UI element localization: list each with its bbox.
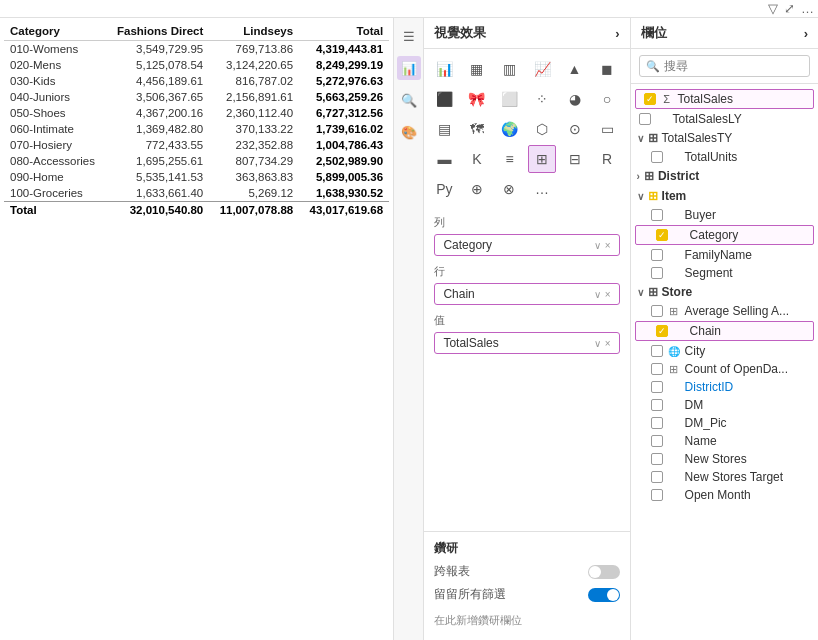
field-checkbox[interactable] [651, 453, 663, 465]
viz-icon-21[interactable]: ⊞ [528, 145, 556, 173]
col-header-fashions[interactable]: Fashions Direct [106, 22, 209, 41]
viz-icon-27[interactable]: … [528, 175, 556, 203]
sidebar-viz-icon[interactable]: 📊 [397, 56, 421, 80]
field-item-dm[interactable]: DM [631, 396, 818, 414]
field-item-category[interactable]: Category [635, 225, 814, 245]
drill-keep-toggle[interactable] [588, 588, 620, 602]
row-field-remove[interactable]: × [605, 240, 611, 251]
field-item-count-of-openda-[interactable]: ⊞Count of OpenDa... [631, 360, 818, 378]
drill-keep-track[interactable] [588, 588, 620, 602]
viz-icon-11[interactable]: ○ [593, 85, 621, 113]
sidebar-analytics-icon[interactable]: 🔍 [397, 88, 421, 112]
table-row[interactable]: 080-Accessories 1,695,255.61 807,734.29 … [4, 153, 389, 169]
col-field-tag[interactable]: Chain ∨ × [434, 283, 619, 305]
field-checkbox[interactable] [651, 435, 663, 447]
field-checkbox[interactable] [639, 113, 651, 125]
viz-icon-12[interactable]: ▤ [430, 115, 458, 143]
field-item-districtid[interactable]: DistrictID [631, 378, 818, 396]
fields-chevron[interactable]: › [804, 26, 808, 41]
col-field-remove[interactable]: × [605, 289, 611, 300]
viz-icon-22[interactable]: ⊟ [561, 145, 589, 173]
field-checkbox[interactable] [651, 417, 663, 429]
add-drill-label[interactable]: 在此新增鑽研欄位 [434, 609, 619, 632]
col-header-category[interactable]: Category [4, 22, 106, 41]
expand-icon[interactable]: ⤢ [784, 1, 795, 16]
group-header-store[interactable]: ∨ ⊞ Store [631, 282, 818, 302]
viz-icon-24[interactable]: Py [430, 175, 458, 203]
viz-icon-23[interactable]: R [593, 145, 621, 173]
field-checkbox[interactable] [651, 151, 663, 163]
table-row[interactable]: 050-Shoes 4,367,200.16 2,360,112.40 6,72… [4, 105, 389, 121]
viz-icon-18[interactable]: ▬ [430, 145, 458, 173]
fields-search[interactable]: 🔍 [631, 49, 818, 84]
viz-icon-6[interactable]: ⬛ [430, 85, 458, 113]
viz-icon-1[interactable]: ▦ [463, 55, 491, 83]
field-checkbox[interactable] [651, 267, 663, 279]
more-options-icon[interactable]: … [801, 1, 814, 16]
viz-icon-0[interactable]: 📊 [430, 55, 458, 83]
field-checkbox[interactable] [651, 489, 663, 501]
field-checkbox[interactable] [656, 229, 668, 241]
col-field-chevron[interactable]: ∨ [594, 289, 601, 300]
drill-cross-toggle[interactable] [588, 565, 620, 579]
field-checkbox[interactable] [651, 345, 663, 357]
field-item-totalunits[interactable]: TotalUnits [631, 148, 818, 166]
field-item-dm_pic[interactable]: DM_Pic [631, 414, 818, 432]
drill-cross-track[interactable] [588, 565, 620, 579]
table-row[interactable]: 070-Hosiery 772,433.55 232,352.88 1,004,… [4, 137, 389, 153]
viz-icon-26[interactable]: ⊗ [495, 175, 523, 203]
field-checkbox[interactable] [651, 471, 663, 483]
col-header-total[interactable]: Total [299, 22, 389, 41]
viz-icon-14[interactable]: 🌍 [495, 115, 523, 143]
viz-icon-19[interactable]: K [463, 145, 491, 173]
field-item-open-month[interactable]: Open Month [631, 486, 818, 504]
field-checkbox[interactable] [644, 93, 656, 105]
sidebar-fields-icon[interactable]: ☰ [397, 24, 421, 48]
field-item-chain[interactable]: Chain [635, 321, 814, 341]
field-checkbox[interactable] [651, 209, 663, 221]
field-checkbox[interactable] [656, 325, 668, 337]
viz-icon-2[interactable]: ▥ [495, 55, 523, 83]
field-item-new-stores[interactable]: New Stores [631, 450, 818, 468]
group-header-district[interactable]: › ⊞ District [631, 166, 818, 186]
table-row[interactable]: 010-Womens 3,549,729.95 769,713.86 4,319… [4, 41, 389, 58]
viz-icon-15[interactable]: ⬡ [528, 115, 556, 143]
viz-icon-20[interactable]: ≡ [495, 145, 523, 173]
sidebar-format-icon[interactable]: 🎨 [397, 120, 421, 144]
viz-panel-chevron[interactable]: › [615, 26, 619, 41]
table-row[interactable]: 030-Kids 4,456,189.61 816,787.02 5,272,9… [4, 73, 389, 89]
viz-icon-8[interactable]: ⬜ [495, 85, 523, 113]
field-item-segment[interactable]: Segment [631, 264, 818, 282]
table-row[interactable]: 100-Groceries 1,633,661.40 5,269.12 1,63… [4, 185, 389, 202]
field-item-totalsales[interactable]: ΣTotalSales [635, 89, 814, 109]
table-row[interactable]: 020-Mens 5,125,078.54 3,124,220.65 8,249… [4, 57, 389, 73]
field-item-average-selling-a-[interactable]: ⊞Average Selling A... [631, 302, 818, 320]
field-checkbox[interactable] [651, 381, 663, 393]
table-row[interactable]: 060-Intimate 1,369,482.80 370,133.22 1,7… [4, 121, 389, 137]
table-row[interactable]: Total 32,010,540.80 11,007,078.88 43,017… [4, 202, 389, 219]
field-checkbox[interactable] [651, 305, 663, 317]
val-field-remove[interactable]: × [605, 338, 611, 349]
viz-icon-10[interactable]: ◕ [561, 85, 589, 113]
field-checkbox[interactable] [651, 363, 663, 375]
col-header-lindseys[interactable]: Lindseys [209, 22, 299, 41]
field-item-buyer[interactable]: Buyer [631, 206, 818, 224]
viz-icon-16[interactable]: ⊙ [561, 115, 589, 143]
viz-icon-13[interactable]: 🗺 [463, 115, 491, 143]
group-header-item[interactable]: ∨ ⊞ Item [631, 186, 818, 206]
viz-icon-4[interactable]: ▲ [561, 55, 589, 83]
search-input[interactable] [664, 59, 803, 73]
field-item-new-stores-target[interactable]: New Stores Target [631, 468, 818, 486]
viz-icon-9[interactable]: ⁘ [528, 85, 556, 113]
viz-icon-5[interactable]: ◼ [593, 55, 621, 83]
row-field-tag[interactable]: Category ∨ × [434, 234, 619, 256]
table-row[interactable]: 090-Home 5,535,141.53 363,863.83 5,899,0… [4, 169, 389, 185]
val-field-tag[interactable]: TotalSales ∨ × [434, 332, 619, 354]
field-item-name[interactable]: Name [631, 432, 818, 450]
field-item-city[interactable]: 🌐City [631, 342, 818, 360]
field-item-totalsalesly[interactable]: TotalSalesLY [631, 110, 818, 128]
filter-icon[interactable]: ▽ [768, 1, 778, 16]
viz-icon-25[interactable]: ⊕ [463, 175, 491, 203]
field-checkbox[interactable] [651, 249, 663, 261]
viz-icon-7[interactable]: 🎀 [463, 85, 491, 113]
